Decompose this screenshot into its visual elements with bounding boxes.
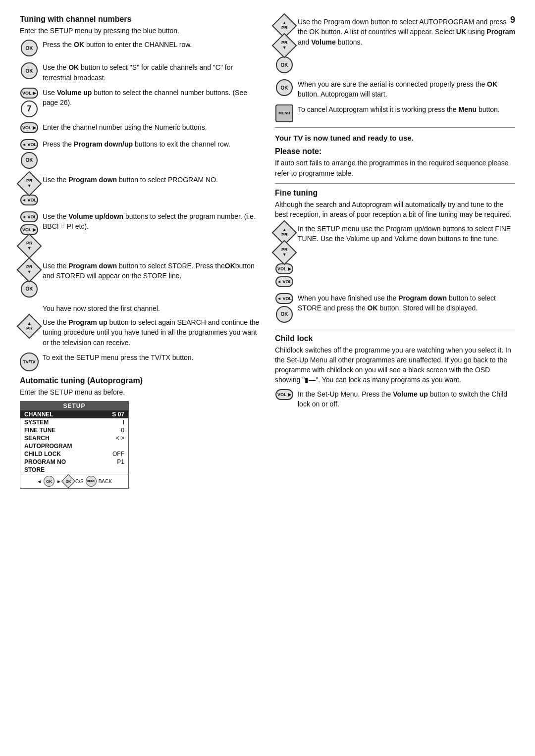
number-7-button: 7: [21, 101, 38, 117]
pr-down-button-2: PR▼: [17, 233, 42, 258]
step-2: OK Use the OK button to select "S" for c…: [20, 62, 260, 83]
right-step-1: ▲PR PR▼ OK Use the Program down button t…: [275, 17, 515, 74]
table-row-childlock: CHILD LOCK OFF: [20, 450, 128, 458]
fine-vol-left: ◄ VOL: [275, 276, 293, 287]
pr-down-right: PR▼: [272, 33, 297, 58]
step-5-text: Press the Program down/up buttons to exi…: [43, 139, 260, 149]
ok-right-2: OK: [276, 79, 293, 96]
pr-down-ok-icons: PR▼ OK: [20, 261, 39, 299]
table-row-system: SYSTEM I: [20, 418, 128, 426]
pr-up-icon: ▲PR: [20, 317, 39, 336]
ok-right-icon-2: OK: [275, 79, 294, 97]
vol-left-button-3: ◄ VOL: [20, 211, 38, 222]
step-6-text: Use the Program down button to select PR…: [43, 175, 260, 185]
ok-button-1: OK: [21, 40, 38, 56]
step-7-text: Use the Volume up/down buttons to select…: [43, 211, 260, 232]
divider-1: [275, 127, 515, 128]
table-row-finetune: FINE TUNE 0: [20, 426, 128, 434]
child-lock-step-text: In the Set-Up Menu. Press the Volume up …: [298, 389, 515, 409]
ok-right-1: OK: [276, 56, 293, 73]
footer-ok-btn: OK: [44, 476, 54, 487]
divider-3: [275, 329, 515, 329]
fine-vol-ok-icons: ◄ VOL OK: [275, 293, 294, 324]
fine-step-2: ◄ VOL OK When you have finished use the …: [275, 293, 515, 324]
pr-pair-right: ▲PR PR▼ OK: [275, 17, 294, 74]
ready-title: Your TV is now tuned and ready to use.: [275, 133, 515, 144]
programno-value: P1: [117, 458, 124, 465]
table-row-search: SEARCH < >: [20, 434, 128, 442]
divider-2: [275, 183, 515, 184]
finetune-label: FINE TUNE: [24, 427, 55, 434]
vol-up-button-2: VOL ▶: [20, 122, 38, 133]
step-1-text: Press the OK button to enter the CHANNEL…: [43, 40, 260, 50]
store-label: STORE: [24, 466, 45, 473]
table-row-autoprogram: AUTOPROGRAM: [20, 442, 128, 450]
fine-pr-down: PR▼: [272, 240, 297, 265]
right-step-2: OK When you are sure the aerial is conne…: [275, 79, 515, 100]
child-lock-title: Child lock: [275, 334, 515, 343]
footer-right: ►: [56, 479, 61, 484]
left-column: Tuning with channel numbers Enter the SE…: [20, 15, 260, 493]
child-lock-text: Childlock switches off the programme you…: [275, 345, 515, 385]
step-5: ◄ VOL OK Press the Program down/up butto…: [20, 139, 260, 170]
vol-left-button: ◄ VOL: [20, 139, 38, 150]
right-step-2-text: When you are sure the aerial is connecte…: [298, 79, 515, 100]
fine-ok: OK: [276, 306, 293, 323]
system-label: SYSTEM: [24, 419, 49, 426]
step-10-text: Use the Program up button to select agai…: [43, 317, 260, 348]
tvtx-button: TV/TX: [20, 353, 39, 371]
pr-down-vol-icons: PR▼ ◄ VOL: [20, 175, 39, 206]
setup-table: SETUP CHANNEL S 07 SYSTEM I FINE TUNE 0 …: [20, 401, 129, 489]
table-row-store: STORE: [20, 466, 128, 474]
step-3: VOL ▶ 7 Use Volume up button to select t…: [20, 88, 260, 117]
section-title-tuning: Tuning with channel numbers: [20, 15, 260, 24]
step-8: PR▼ OK Use the Program down button to se…: [20, 261, 260, 299]
footer-left-ok: ◄: [37, 479, 42, 484]
autoprogram-intro: Enter the SETUP menu as before.: [20, 387, 260, 397]
channel-value: S 07: [112, 411, 124, 418]
step-4-text: Enter the channel number using the Numer…: [43, 122, 260, 132]
child-vol-up: VOL ▶: [275, 389, 293, 400]
channel-label: CHANNEL: [24, 411, 54, 418]
step-6: PR▼ ◄ VOL Use the Program down button to…: [20, 175, 260, 206]
section-intro: Enter the SETUP menu by pressing the blu…: [20, 26, 260, 36]
fine-step-1-text: In the SETUP menu use the Program up/dow…: [298, 224, 515, 244]
step-2-text: Use the OK button to select "S" for cabl…: [43, 62, 260, 83]
pr-down-button-1: PR▼: [17, 171, 42, 196]
ok-button-icon-1: OK: [20, 40, 39, 57]
right-column: 9 ▲PR PR▼ OK Use the Program down button…: [275, 15, 515, 493]
step-7: ◄ VOL VOL ▶ PR▼ Use the Volume up/down b…: [20, 211, 260, 256]
search-label: SEARCH: [24, 435, 50, 442]
autoprogram-title: Automatic tuning (Autoprogram): [20, 376, 260, 385]
fine-pr-vol-icons: ▲PR PR▼ VOL ▶ ◄ VOL: [275, 224, 294, 288]
fine-step-2-text: When you have finished use the Program d…: [298, 293, 515, 313]
please-note-title: Please note:: [275, 147, 515, 156]
finetune-value: 0: [121, 427, 124, 434]
fine-vol-left-2: ◄ VOL: [275, 293, 293, 304]
right-step-3-text: To cancel Autoprogram whilst it is worki…: [298, 104, 515, 114]
child-lock-step: VOL ▶ In the Set-Up Menu. Press the Volu…: [275, 389, 515, 409]
please-note-text: If auto sort fails to arrange the progra…: [275, 158, 515, 178]
childlock-value: OFF: [112, 451, 124, 457]
ok-button-2: OK: [21, 62, 38, 79]
table-row-channel: CHANNEL S 07: [20, 410, 128, 418]
vol-up-7-icons: VOL ▶ 7: [20, 88, 39, 117]
ok-button-3: OK: [21, 152, 38, 169]
tvtx-icon: TV/TX: [20, 353, 39, 371]
child-vol-icon: VOL ▶: [275, 389, 294, 401]
autoprogram-label: AUTOPROGRAM: [24, 443, 72, 450]
step-11-text: To exit the SETUP menu press the TV/TX b…: [43, 353, 260, 362]
pr-vol-ok-icons: ◄ VOL OK: [20, 139, 39, 170]
menu-icon-wrapper: MENU: [275, 104, 294, 122]
setup-table-title: SETUP: [20, 402, 128, 410]
right-step-1-text: Use the Program down button to select AU…: [298, 17, 515, 47]
fine-step-1: ▲PR PR▼ VOL ▶ ◄ VOL In the SETUP menu us…: [275, 224, 515, 288]
system-value: I: [123, 419, 124, 426]
table-footer: ◄ OK ► OK C/S MENU BACK: [20, 474, 128, 488]
pr-up-button: ▲PR: [17, 314, 42, 339]
ok-button-icon-2: OK: [20, 62, 39, 80]
step-3-text: Use Volume up button to select the chann…: [43, 88, 260, 108]
section-autoprogram: Automatic tuning (Autoprogram) Enter the…: [20, 376, 260, 489]
page-number: 9: [510, 15, 515, 25]
vol-pair-icons: ◄ VOL VOL ▶ PR▼: [20, 211, 39, 256]
